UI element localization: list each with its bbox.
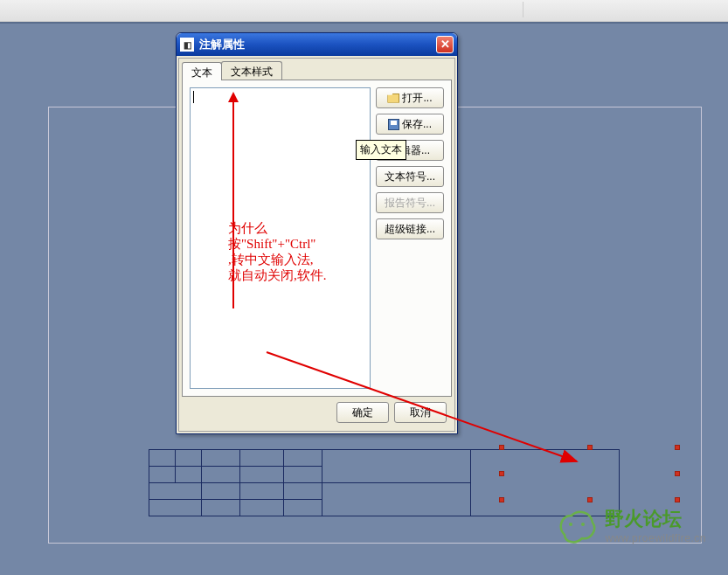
dialog-title: 注解属性 xyxy=(199,37,436,52)
watermark-url: www.proewildfire.cn xyxy=(605,532,706,544)
save-button[interactable]: 保存... xyxy=(376,114,444,135)
resize-handle[interactable] xyxy=(675,445,680,450)
save-icon xyxy=(388,119,399,130)
tooltip: 输入文本 xyxy=(356,140,406,160)
annotation-text: 为什么 按"Shift"+"Ctrl" ,转中文输入法, 就自动关闭,软件. xyxy=(228,220,327,283)
symbols-button[interactable]: 文本符号... xyxy=(376,166,444,187)
resize-handle[interactable] xyxy=(675,471,680,476)
toolbar-section xyxy=(523,2,676,17)
text-caret xyxy=(193,91,194,103)
svg-line-1 xyxy=(267,352,577,461)
hyperlink-button[interactable]: 超级链接... xyxy=(376,218,444,239)
folder-open-icon xyxy=(387,94,399,103)
svg-point-3 xyxy=(581,523,585,526)
watermark: 野火论坛 www.proewildfire.cn xyxy=(556,506,706,544)
close-button[interactable]: ✕ xyxy=(436,36,454,53)
report-symbols-button: 报告符号... xyxy=(376,192,444,213)
annotation-arrow-diagonal xyxy=(262,348,594,479)
button-column: 打开... 保存... 输入文本 编辑器... 文本符号... 报告符号... … xyxy=(376,87,444,389)
tab-strip: 文本 文本样式 xyxy=(182,61,452,80)
dialog-titlebar[interactable]: ◧ 注解属性 ✕ xyxy=(177,33,457,56)
svg-point-2 xyxy=(569,523,572,526)
resize-handle[interactable] xyxy=(587,497,593,502)
resize-handle[interactable] xyxy=(499,497,504,502)
watermark-logo-icon xyxy=(556,507,598,544)
save-label: 保存... xyxy=(402,117,432,132)
resize-handle[interactable] xyxy=(675,497,680,502)
watermark-title: 野火论坛 xyxy=(605,506,706,532)
app-toolbar xyxy=(0,0,728,22)
watermark-text: 野火论坛 www.proewildfire.cn xyxy=(605,506,706,544)
open-label: 打开... xyxy=(402,91,432,106)
tab-style[interactable]: 文本样式 xyxy=(221,61,282,80)
app-icon: ◧ xyxy=(180,38,194,52)
open-button[interactable]: 打开... xyxy=(376,87,444,108)
tab-text[interactable]: 文本 xyxy=(182,62,222,80)
